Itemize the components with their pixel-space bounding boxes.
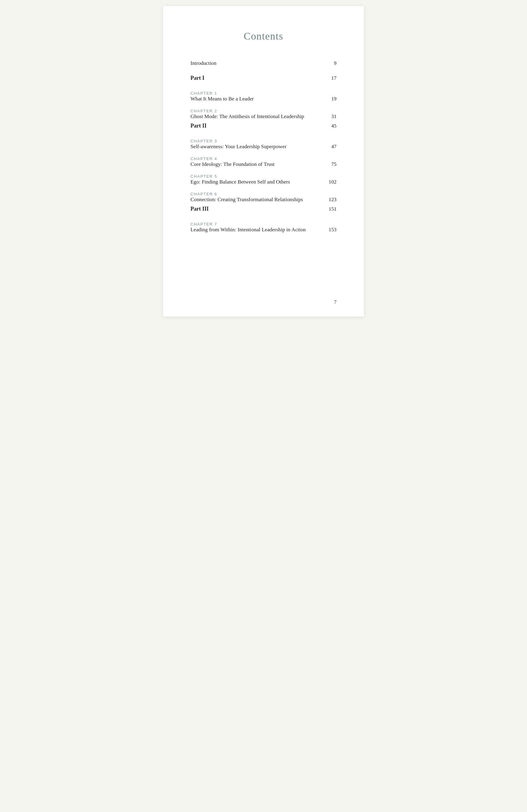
toc-chapter-label: CHAPTER 1 [190, 91, 217, 96]
toc-chapter-title: Self-awareness: Your Leadership Superpow… [190, 144, 287, 150]
toc-chapter-page: 31 [327, 114, 337, 120]
toc-chapter-page: 123 [327, 197, 337, 203]
toc-chapter-title: Ghost Mode: The Antithesis of Intentiona… [190, 114, 304, 120]
toc-chapter-title: Core Ideology: The Foundation of Trust [190, 161, 275, 168]
toc-part-row: Part I17 [190, 75, 337, 81]
toc-chapter-page: 153 [327, 227, 337, 233]
toc-chapter-page: 47 [327, 144, 337, 150]
toc-part-page: 45 [327, 123, 337, 129]
toc-chapter-label: CHAPTER 7 [190, 222, 217, 227]
toc-chapter-label: CHAPTER 2 [190, 108, 217, 113]
toc-part-page: 151 [327, 206, 337, 212]
toc-intro-label: Introduction [190, 60, 216, 66]
toc-chapter-label-row: CHAPTER 2 [190, 108, 337, 114]
toc-chapter-title-row: Ego: Finding Balance Between Self and Ot… [190, 179, 337, 185]
toc-chapter-label: CHAPTER 5 [190, 174, 217, 179]
toc-chapter-title-row: What It Means to Be a Leader19 [190, 96, 337, 102]
toc-chapter-title-row: Ghost Mode: The Antithesis of Intentiona… [190, 114, 337, 120]
toc-chapter-title: What It Means to Be a Leader [190, 96, 254, 102]
toc-chapter-label-row: CHAPTER 4 [190, 156, 337, 161]
toc-chapter-label-row: CHAPTER 6 [190, 191, 337, 197]
toc-part-label: Part I [190, 75, 204, 81]
toc-container: Introduction9Part I17CHAPTER 1What It Me… [190, 60, 337, 233]
toc-chapter-title: Ego: Finding Balance Between Self and Ot… [190, 179, 290, 185]
toc-chapter-title-row: Core Ideology: The Foundation of Trust75 [190, 161, 337, 168]
toc-part-label: Part II [190, 122, 207, 129]
toc-intro-page: 9 [327, 60, 337, 66]
toc-part-row: Part III151 [190, 206, 337, 212]
toc-part-label: Part III [190, 206, 209, 212]
toc-chapter-label-row: CHAPTER 1 [190, 90, 337, 96]
toc-intro: Introduction9 [190, 60, 337, 66]
toc-chapter-label-row: CHAPTER 5 [190, 173, 337, 179]
toc-chapter-label: CHAPTER 4 [190, 157, 217, 161]
toc-chapter-label: CHAPTER 3 [190, 139, 217, 143]
toc-chapter-label: CHAPTER 6 [190, 192, 217, 196]
book-page: Contents Introduction9Part I17CHAPTER 1W… [163, 6, 364, 317]
toc-part-page: 17 [327, 75, 337, 81]
toc-chapter-label-row: CHAPTER 7 [190, 221, 337, 227]
toc-chapter-page: 19 [327, 96, 337, 102]
toc-chapter-page: 75 [327, 161, 337, 168]
toc-chapter-title: Leading from Within: Intentional Leaders… [190, 227, 306, 233]
toc-chapter-page: 102 [327, 179, 337, 185]
toc-chapter-title: Connection: Creating Transformational Re… [190, 197, 303, 203]
toc-chapter-label-row: CHAPTER 3 [190, 138, 337, 144]
toc-chapter-title-row: Connection: Creating Transformational Re… [190, 197, 337, 203]
toc-chapter-title-row: Self-awareness: Your Leadership Superpow… [190, 144, 337, 150]
page-title: Contents [190, 30, 337, 42]
toc-part-row: Part II45 [190, 122, 337, 129]
toc-chapter-title-row: Leading from Within: Intentional Leaders… [190, 227, 337, 233]
page-number: 7 [334, 300, 337, 305]
